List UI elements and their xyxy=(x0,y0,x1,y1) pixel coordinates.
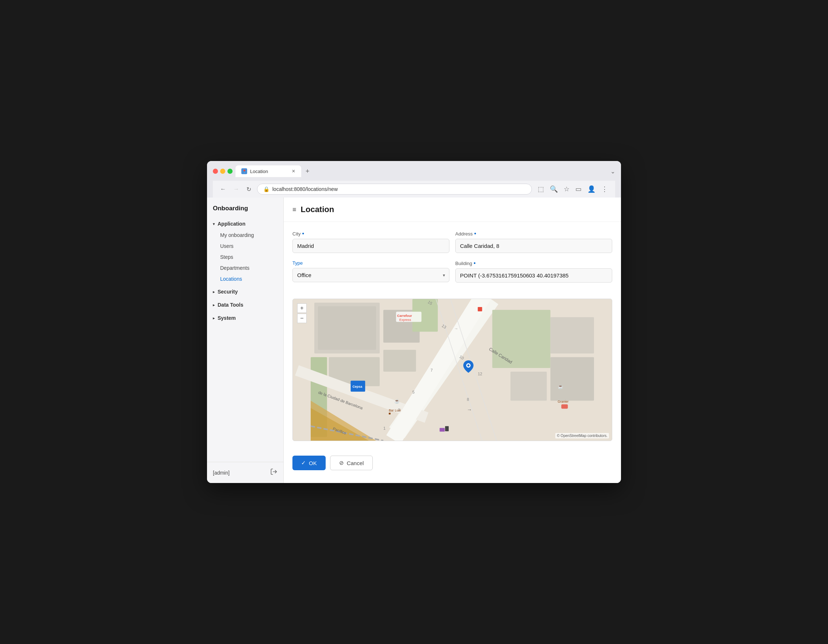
form-group-address: Address • xyxy=(455,231,612,253)
screenshot-icon[interactable]: ⬚ xyxy=(536,183,546,194)
zoom-icon[interactable]: 🔍 xyxy=(548,183,559,194)
form-area: City • Address • xyxy=(284,222,621,299)
action-bar: ✓ OK ⊘ Cancel xyxy=(284,450,621,479)
new-tab-button[interactable]: + xyxy=(303,166,312,177)
cancel-icon: ⊘ xyxy=(339,460,344,466)
sidebar-section-system-header[interactable]: ▸ System xyxy=(207,312,283,324)
svg-point-51 xyxy=(467,364,469,367)
type-label: Type xyxy=(292,260,449,266)
maximize-button[interactable] xyxy=(227,169,232,174)
sidebar-section-security: ▸ Security xyxy=(207,286,283,298)
cancel-button[interactable]: ⊘ Cancel xyxy=(330,456,373,470)
chevron-right-icon: ▸ xyxy=(213,290,215,294)
svg-text:☕: ☕ xyxy=(394,398,400,404)
svg-text:5: 5 xyxy=(412,390,415,394)
close-button[interactable] xyxy=(213,169,218,174)
logout-button[interactable] xyxy=(270,468,278,477)
sidebar-footer: [admin] xyxy=(207,462,283,483)
ok-check-icon: ✓ xyxy=(301,460,306,466)
sidebar-item-steps[interactable]: Steps xyxy=(207,252,283,263)
svg-text:Carrefour: Carrefour xyxy=(397,314,412,318)
profile-icon[interactable]: 👤 xyxy=(586,183,597,194)
title-bar: 📍 Location ✕ + ⌄ ← → ↻ 🔒 localhost:8080/… xyxy=(207,161,621,197)
map-location-marker xyxy=(463,360,474,373)
map-controls: + − xyxy=(297,303,307,323)
chevron-down-icon: ▾ xyxy=(213,222,215,226)
chevron-right-icon-2: ▸ xyxy=(213,303,215,307)
svg-text:Bar Luvi: Bar Luvi xyxy=(389,409,401,412)
tab-favicon: 📍 xyxy=(242,168,247,174)
city-input[interactable] xyxy=(292,239,449,253)
minimize-button[interactable] xyxy=(220,169,225,174)
svg-rect-12 xyxy=(510,371,547,401)
tab-close-button[interactable]: ✕ xyxy=(292,169,295,174)
address-input[interactable] xyxy=(455,239,612,253)
svg-text:7: 7 xyxy=(430,368,433,372)
sidebar-item-my-onboarding[interactable]: My onboarding xyxy=(207,230,283,241)
sidebar-section-data-tools-header[interactable]: ▸ Data Tools xyxy=(207,299,283,311)
svg-rect-47 xyxy=(561,404,568,409)
map-container[interactable]: 15 13 10 7 5 3 1 8 12 Calle Caridad de l… xyxy=(292,299,612,441)
sidebar-section-security-header[interactable]: ▸ Security xyxy=(207,286,283,298)
svg-text:Granier: Granier xyxy=(558,400,569,403)
forward-button[interactable]: → xyxy=(232,184,241,194)
sidebar-item-users[interactable]: Users xyxy=(207,241,283,252)
building-required-dot: • xyxy=(474,260,476,266)
svg-text:8: 8 xyxy=(467,397,469,401)
chevron-right-icon-3: ▸ xyxy=(213,316,215,320)
svg-rect-40 xyxy=(389,412,390,414)
zoom-out-button[interactable]: − xyxy=(297,313,307,323)
ok-button[interactable]: ✓ OK xyxy=(292,456,326,470)
sidebar-section-application-header[interactable]: ▾ Application xyxy=(207,218,283,230)
building-input[interactable] xyxy=(455,268,612,282)
svg-text:Cepsa: Cepsa xyxy=(352,385,362,389)
form-group-building: Building • xyxy=(455,260,612,282)
building-label: Building • xyxy=(455,260,612,266)
svg-rect-43 xyxy=(445,426,448,431)
sidebar-item-locations[interactable]: Locations xyxy=(207,273,283,284)
url-text: localhost:8080/locations/new xyxy=(272,186,338,192)
svg-rect-14 xyxy=(550,317,594,353)
browser-actions: ⬚ 🔍 ☆ ▭ 👤 ⋮ xyxy=(536,183,609,194)
svg-text:Express: Express xyxy=(399,318,411,322)
cancel-label: Cancel xyxy=(347,460,364,466)
back-button[interactable]: ← xyxy=(219,184,227,194)
url-bar[interactable]: 🔒 localhost:8080/locations/new xyxy=(257,183,532,194)
svg-text:→: → xyxy=(454,326,458,331)
page-content: ≡ Location City • Address xyxy=(284,197,621,483)
ok-label: OK xyxy=(309,460,317,466)
svg-text:1: 1 xyxy=(383,426,386,431)
svg-rect-11 xyxy=(492,310,550,368)
page-header: ≡ Location xyxy=(284,197,621,222)
type-select[interactable]: Office Remote Home xyxy=(292,268,449,282)
bookmark-icon[interactable]: ☆ xyxy=(562,183,571,194)
sidebar-section-application-label: Application xyxy=(218,221,245,227)
browser-window: 📍 Location ✕ + ⌄ ← → ↻ 🔒 localhost:8080/… xyxy=(207,161,621,483)
svg-text:12: 12 xyxy=(478,371,482,376)
hamburger-icon[interactable]: ≡ xyxy=(292,206,296,213)
sidebar-section-data-tools: ▸ Data Tools xyxy=(207,299,283,311)
svg-rect-42 xyxy=(439,428,445,431)
zoom-in-button[interactable]: + xyxy=(297,303,307,313)
sidebar: Onboarding ▾ Application My onboarding U… xyxy=(207,197,284,483)
security-icon: 🔒 xyxy=(263,186,270,192)
active-tab[interactable]: 📍 Location ✕ xyxy=(235,165,301,177)
sidebar-section-system-label: System xyxy=(218,315,236,321)
svg-rect-13 xyxy=(550,357,594,401)
traffic-lights xyxy=(213,169,232,174)
map-attribution: © OpenStreetMap contributors. xyxy=(555,433,609,439)
form-row-1: City • Address • xyxy=(292,231,612,253)
svg-rect-8 xyxy=(383,350,416,371)
address-bar: ← → ↻ 🔒 localhost:8080/locations/new ⬚ 🔍… xyxy=(213,181,615,197)
window-dropdown[interactable]: ⌄ xyxy=(610,168,615,175)
svg-text:→: → xyxy=(467,407,472,412)
tab-title: Location xyxy=(250,169,268,174)
city-label: City • xyxy=(292,231,449,237)
svg-text:☕: ☕ xyxy=(558,384,563,389)
sidebar-section-security-label: Security xyxy=(218,289,238,295)
form-row-2: Type Office Remote Home ▾ xyxy=(292,260,612,282)
split-view-icon[interactable]: ▭ xyxy=(574,183,583,194)
menu-icon[interactable]: ⋮ xyxy=(600,183,609,194)
sidebar-item-departments[interactable]: Departments xyxy=(207,263,283,273)
reload-button[interactable]: ↻ xyxy=(245,184,252,194)
